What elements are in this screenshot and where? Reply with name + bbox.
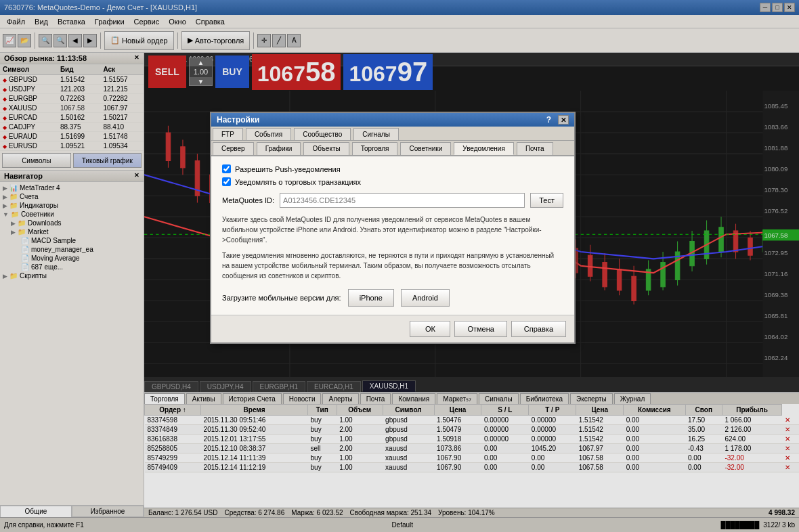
dialog-tab-charts[interactable]: Графики xyxy=(257,142,301,155)
dialog-tabs-row1: FTP События Сообщество Сигналы xyxy=(211,127,574,141)
checkbox-trade-row: Уведомлять о торговых транзакциях xyxy=(222,177,563,186)
iphone-btn[interactable]: iPhone xyxy=(348,289,394,307)
checkbox-push[interactable] xyxy=(222,164,231,173)
id-label: MetaQuotes ID: xyxy=(222,196,274,204)
dialog-footer: ОК Отмена Справка xyxy=(211,315,574,342)
dialog-tab-server[interactable]: Сервер xyxy=(213,142,254,155)
id-row: MetaQuotes ID: Тест xyxy=(222,193,563,208)
mobile-label: Загрузите мобильные версии для: xyxy=(222,294,341,302)
help-btn[interactable]: Справка xyxy=(511,321,566,337)
settings-dialog: Настройки ? ✕ FTP События Сообщество Сиг… xyxy=(210,112,576,344)
dialog-tab-trade[interactable]: Торговля xyxy=(352,142,398,155)
mobile-row: Загрузите мобильные версии для: iPhone A… xyxy=(222,289,563,307)
dialog-overlay: Настройки ? ✕ FTP События Сообщество Сиг… xyxy=(0,0,799,532)
android-btn[interactable]: Android xyxy=(401,289,450,307)
dialog-tab-events[interactable]: События xyxy=(246,128,291,140)
dialog-content: Разрешить Push-уведомления Уведомлять о … xyxy=(211,156,574,315)
dialog-tab-advisors[interactable]: Советники xyxy=(400,142,451,155)
dialog-tab-signals[interactable]: Сигналы xyxy=(353,128,399,140)
dialog-tab-community[interactable]: Сообщество xyxy=(294,128,351,140)
dialog-titlebar: Настройки ? ✕ xyxy=(211,113,574,127)
dialog-help-btn[interactable]: ? xyxy=(546,115,551,125)
cancel-btn[interactable]: Отмена xyxy=(454,321,506,337)
dialog-tab-notifications[interactable]: Уведомления xyxy=(454,142,514,155)
dialog-tab-objects[interactable]: Объекты xyxy=(303,142,349,155)
dialog-tabs-row2: Сервер Графики Объекты Торговля Советник… xyxy=(211,141,574,156)
ok-btn[interactable]: ОК xyxy=(410,321,450,337)
info-text1: Укажите здесь свой MetaQuotes ID для пол… xyxy=(222,215,563,245)
dialog-tab-mail[interactable]: Почта xyxy=(517,142,553,155)
test-btn[interactable]: Тест xyxy=(530,193,563,208)
checkbox-push-row: Разрешить Push-уведомления xyxy=(222,164,563,173)
checkbox-push-label: Разрешить Push-уведомления xyxy=(235,165,341,173)
dialog-title: Настройки xyxy=(217,115,259,125)
dialog-controls: ? ✕ xyxy=(546,115,569,125)
id-input[interactable] xyxy=(280,193,525,208)
checkbox-trade-label: Уведомлять о торговых транзакциях xyxy=(235,178,361,186)
info-text2: Такие уведомления мгновенно доставляются… xyxy=(222,250,563,281)
dialog-close-btn[interactable]: ✕ xyxy=(558,115,569,125)
checkbox-trade[interactable] xyxy=(222,177,231,186)
dialog-tab-ftp[interactable]: FTP xyxy=(213,128,243,140)
